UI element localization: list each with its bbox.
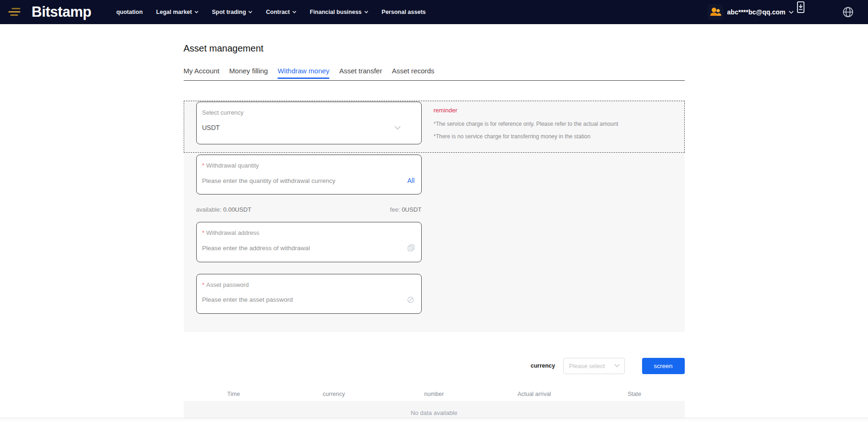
chevron-down-icon[interactable] xyxy=(394,126,401,130)
reminder-line: *The service charge is for reference onl… xyxy=(434,121,680,127)
records-table-header: Time currency number Actual arrival Stat… xyxy=(184,387,685,401)
asset-password-label: Asset password xyxy=(206,281,249,288)
withdrawal-address-label: Withdrawal address xyxy=(206,229,259,236)
filter-currency-select[interactable]: Please select xyxy=(563,358,625,374)
globe-icon[interactable] xyxy=(842,6,854,18)
eye-off-icon[interactable] xyxy=(406,297,415,303)
chevron-down-icon xyxy=(364,11,368,13)
tab-asset-records[interactable]: Asset records xyxy=(392,67,435,80)
chevron-down-icon xyxy=(248,11,252,13)
tab-asset-transfer[interactable]: Asset transfer xyxy=(339,67,382,80)
tab-withdraw-money[interactable]: Withdraw money xyxy=(277,67,329,80)
chevron-down-icon xyxy=(614,364,620,368)
withdrawal-quantity-input[interactable] xyxy=(202,177,403,184)
tab-my-account[interactable]: My Account xyxy=(184,67,220,80)
tab-bar: My Account Money filling Withdraw money … xyxy=(184,67,685,81)
filter-currency-label: currency xyxy=(531,363,555,369)
required-asterisk: * xyxy=(202,162,205,169)
column-header-time: Time xyxy=(184,391,284,397)
bottom-scrollbar-strip[interactable] xyxy=(0,418,868,421)
available-value: 0.00USDT xyxy=(223,206,251,213)
available-fee-row: available: 0.00USDT fee: 0USDT xyxy=(196,206,422,213)
asset-password-field: * Asset password xyxy=(196,274,422,314)
nav-item-financial-business[interactable]: Financial business xyxy=(310,9,368,15)
brand-logo[interactable]: Bitstamp xyxy=(32,4,91,20)
hamburger-menu-icon[interactable] xyxy=(7,7,21,17)
nav-item-spot-trading[interactable]: Spot trading xyxy=(212,9,253,15)
selected-currency-value: USDT xyxy=(202,124,394,131)
top-nav: Bitstamp quotation Legal market Spot tra… xyxy=(0,0,868,24)
withdrawal-address-field: * Withdrawal address xyxy=(196,222,422,262)
filter-select-placeholder: Please select xyxy=(569,363,614,369)
table-empty-state: No data available xyxy=(184,401,685,420)
page: Bitstamp quotation Legal market Spot tra… xyxy=(0,0,868,421)
reminder-line: *There is no service charge for transfer… xyxy=(434,133,680,140)
withdrawal-quantity-label: Withdrawal quantity xyxy=(206,162,259,169)
required-asterisk: * xyxy=(202,281,205,288)
nav-menu: quotation Legal market Spot trading Cont… xyxy=(116,9,426,15)
chevron-down-icon xyxy=(292,11,296,13)
nav-item-personal-assets[interactable]: Personal assets xyxy=(382,9,426,15)
user-avatar[interactable] xyxy=(707,4,723,20)
fee-label: fee: xyxy=(390,206,400,213)
column-header-currency: currency xyxy=(284,391,384,397)
all-max-button[interactable]: All xyxy=(407,177,415,184)
nav-item-contract[interactable]: Contract xyxy=(266,9,296,15)
paste-copy-icon[interactable] xyxy=(407,244,415,252)
column-header-actual-arrival: Actual arrival xyxy=(484,391,585,397)
download-indicator-icon xyxy=(797,1,804,13)
tab-money-filling[interactable]: Money filling xyxy=(229,67,268,80)
column-header-number: number xyxy=(384,391,484,397)
withdrawal-address-input[interactable] xyxy=(202,245,407,252)
required-asterisk: * xyxy=(202,229,205,236)
page-title: Asset management xyxy=(184,24,685,54)
select-currency-field[interactable]: Select currency USDT xyxy=(196,102,422,144)
chevron-down-icon[interactable] xyxy=(789,11,794,14)
nav-user-area: abc****bc@qq.com xyxy=(707,4,854,20)
reminder-title: reminder xyxy=(434,107,680,114)
available-label: available: xyxy=(196,206,222,213)
nav-item-legal-market[interactable]: Legal market xyxy=(156,9,199,15)
nav-item-quotation[interactable]: quotation xyxy=(116,9,143,15)
people-icon xyxy=(709,6,722,19)
reminder-block: reminder *The service charge is for refe… xyxy=(434,107,680,146)
records-filter-row: currency Please select screen xyxy=(184,357,685,374)
screen-button[interactable]: screen xyxy=(642,358,685,374)
main-content: Asset management My Account Money fillin… xyxy=(184,24,685,420)
column-header-state: State xyxy=(585,391,685,397)
select-currency-label: Select currency xyxy=(202,109,415,116)
user-email[interactable]: abc****bc@qq.com xyxy=(727,8,785,16)
withdrawal-quantity-field: * Withdrawal quantity All xyxy=(196,155,422,194)
chevron-down-icon xyxy=(194,11,199,13)
withdraw-form-panel: Select currency USDT reminder *The servi… xyxy=(184,100,685,332)
fee-value: 0USDT xyxy=(402,206,422,213)
asset-password-input[interactable] xyxy=(202,296,406,303)
